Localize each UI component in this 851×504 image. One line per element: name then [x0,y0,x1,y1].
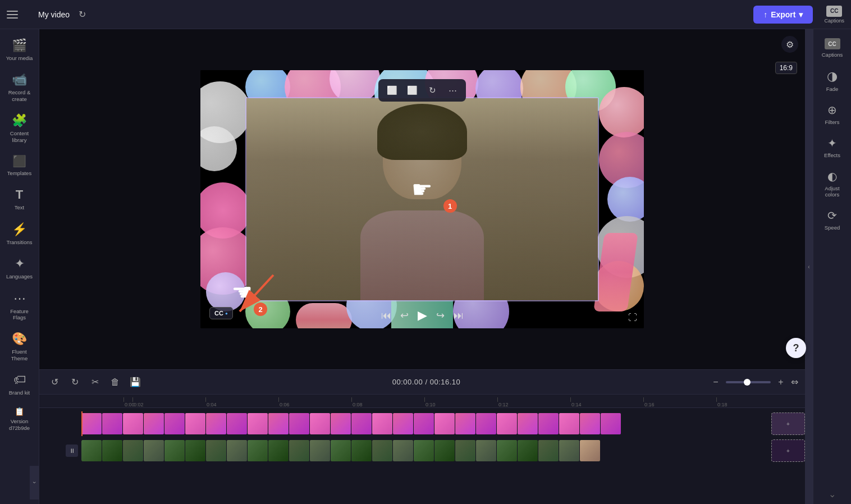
playback-controls: ⏮ ↩ ▶ ↪ ⏭ [381,308,464,323]
ruler-tick: 0:00 [123,397,132,407]
cut-button[interactable]: ✂ [86,374,103,391]
sidebar-item-label: Text [15,204,24,210]
export-chevron-icon: ▾ [799,10,803,19]
right-sidebar-item-speed[interactable]: ⟳ Speed [816,204,849,235]
preview-settings-button[interactable]: ⚙ [781,36,798,53]
help-button[interactable]: ? [786,338,806,358]
track-content[interactable]: + [81,438,805,463]
zoom-in-button[interactable]: + [774,375,788,389]
track-mute-button[interactable]: ⏸ [66,445,78,457]
thumb-cell [414,413,434,434]
video-background: ☛ 1 ⬜ ⬜ ↻ ⋯ ☛ 2 [200,70,644,328]
right-sidebar-label: Filters [825,119,840,125]
sidebar-item-record-create[interactable]: 📹 Record &create [2,68,37,107]
thumb-cell [393,413,413,434]
right-sidebar-scroll-down-button[interactable]: ⌄ [829,489,836,500]
right-sidebar-label: Speed [825,224,840,231]
thumb-cell [310,413,330,434]
cc-dot: ● [225,311,228,316]
sidebar-item-brand-kit[interactable]: 🏷 Brand kit [2,368,37,400]
fullscreen-button[interactable]: ⛶ [628,313,637,323]
project-title[interactable]: My video [34,8,74,21]
sidebar-item-label: Brand kit [9,390,30,396]
right-sidebar-label: Fade [826,86,839,92]
ruler-ticks: 0:00 0:02 0:04 0:06 [123,395,805,407]
skip-to-end-button[interactable]: ⏭ [454,310,464,322]
thumb-cell [434,413,455,434]
menu-button[interactable] [7,6,25,24]
redo-button[interactable]: ↻ [66,374,83,391]
thumb-cell [102,440,122,461]
resize-button[interactable]: ⬜ [404,83,420,98]
ruler-tick: 0:18 [716,397,789,407]
export-label: Export [771,10,795,19]
thumb-cell [372,413,392,434]
thumb-cell [497,440,517,461]
sidebar-item-label: Versiond72b9de [9,418,30,431]
playhead[interactable] [81,411,83,436]
thumb-cell [310,440,330,461]
captions-panel[interactable]: CC Captions [824,6,844,24]
more-button[interactable]: ⋯ [445,83,460,98]
version-icon: 📋 [15,407,24,416]
right-sidebar-label: Effects [824,152,840,158]
delete-button[interactable]: 🗑 [107,374,123,391]
sidebar-item-templates[interactable]: ⬛ Templates [2,150,37,181]
topbar: My video ↻ ↑ Export ▾ CC Captions [0,0,851,29]
video-preview[interactable]: ☛ 1 ⬜ ⬜ ↻ ⋯ ☛ 2 [200,70,644,328]
thumb-cell [123,413,143,434]
captions-icon: CC [826,6,842,17]
sidebar-item-content-library[interactable]: 🧩 Contentlibrary [2,109,37,148]
thumb-cell [248,440,268,461]
sidebar-item-label: Your media [6,55,33,61]
center-area: ⚙ 16:9 [39,29,805,504]
sidebar-collapse-button[interactable]: › [30,466,39,500]
rewind-button[interactable]: ↩ [400,309,409,322]
captions-label: Captions [824,18,844,24]
sidebar-item-version[interactable]: 📋 Versiond72b9de [2,402,37,436]
track-controls: ⏸ [39,445,81,457]
refresh-button[interactable]: ↻ [74,7,90,22]
rotate-button[interactable]: ↻ [424,83,440,98]
thumb-cell [372,440,392,461]
zoom-out-button[interactable]: − [709,375,722,389]
sidebar-item-fluent-theme[interactable]: 🎨 FluentTheme [2,327,37,366]
thumb-cell [206,440,226,461]
cc-button[interactable]: CC ● [209,307,233,319]
thumb-cell [497,413,517,434]
right-sidebar-item-effects[interactable]: ✦ Effects [816,132,849,163]
sidebar-item-languages[interactable]: ✦ Languages [2,252,37,284]
thumb-cell [289,440,309,461]
right-sidebar-collapse-button[interactable]: ‹ [805,29,813,504]
right-sidebar-label: Captions [822,52,843,58]
sidebar-item-transitions[interactable]: ⚡ Transitions [2,218,37,250]
thumb-cell [476,413,496,434]
right-sidebar-item-adjust-colors[interactable]: ◐ Adjustcolors [816,165,849,202]
templates-icon: ⬛ [12,154,26,168]
forward-button[interactable]: ↪ [436,309,445,322]
zoom-thumb[interactable] [744,379,751,386]
right-sidebar-item-captions[interactable]: CC Captions [816,34,849,62]
fit-to-window-button[interactable]: ⇔ [791,377,798,387]
export-button[interactable]: ↑ Export ▾ [753,6,813,24]
thumb-cell [164,440,185,461]
adjust-colors-icon: ◐ [827,169,837,183]
right-sidebar-item-filters[interactable]: ⊕ Filters [816,99,849,130]
crop-button[interactable]: ⬜ [384,83,400,98]
play-button[interactable]: ▶ [418,308,427,323]
thumb-cell [518,440,538,461]
thumb-cell [580,440,600,461]
sidebar-item-feature-flags[interactable]: ⋯ FeatureFlags [2,287,37,326]
sidebar-item-text[interactable]: T Text [2,183,37,215]
sidebar-item-your-media[interactable]: 🎬 Your media [2,34,37,66]
right-sidebar-item-fade[interactable]: ◑ Fade [816,65,849,97]
zoom-slider[interactable] [726,381,771,383]
sidebar-item-label: FeatureFlags [10,308,29,321]
track-end-placeholder[interactable]: + [771,413,805,435]
track-content[interactable]: + [81,411,805,436]
skip-to-start-button[interactable]: ⏮ [381,310,391,322]
save-version-button[interactable]: 💾 [127,374,144,391]
track-end-placeholder-green[interactable]: + [771,439,805,462]
undo-button[interactable]: ↺ [46,374,63,391]
timeline-area: ↺ ↻ ✂ 🗑 💾 00:00.00 / 00:16.10 − + ⇔ [39,369,805,504]
